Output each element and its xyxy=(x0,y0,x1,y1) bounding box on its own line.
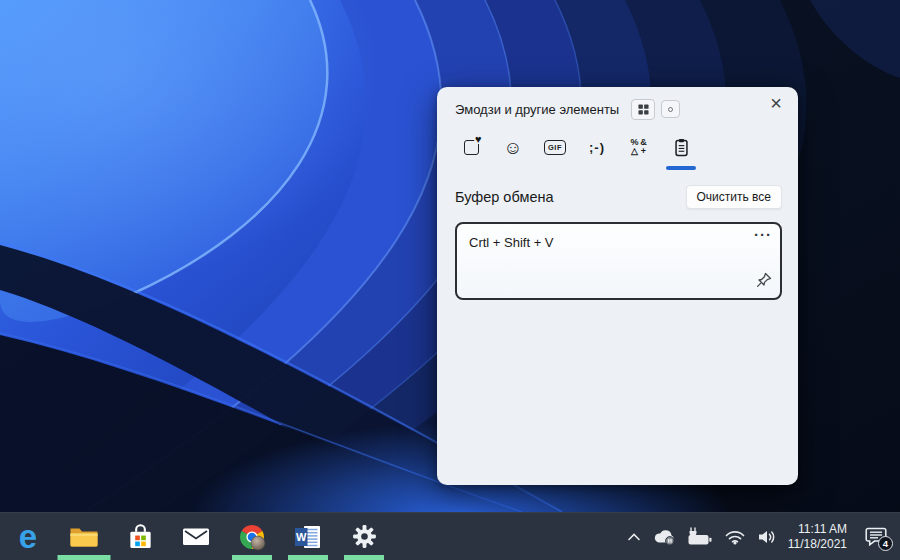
grid-view-button[interactable] xyxy=(631,99,655,120)
file-explorer-taskbar-button[interactable] xyxy=(56,513,112,560)
clear-all-button[interactable]: Очистить все xyxy=(686,185,782,209)
dot-icon xyxy=(668,107,673,112)
kaomoji-icon: ;-) xyxy=(589,140,605,155)
chrome-taskbar-button[interactable] xyxy=(224,513,280,560)
item-menu-icon[interactable]: ··· xyxy=(754,226,772,243)
tab-kaomoji[interactable]: ;-) xyxy=(579,133,615,161)
tab-recent[interactable]: ♥ xyxy=(453,133,489,161)
clipboard-icon xyxy=(674,138,689,157)
file-explorer-icon xyxy=(69,524,99,550)
clock-date: 11/18/2021 xyxy=(788,537,847,552)
action-center-button[interactable]: 4 xyxy=(864,526,888,547)
clipboard-item[interactable]: Crtl + Shift + V ··· xyxy=(455,222,782,300)
close-icon[interactable]: × xyxy=(766,91,786,115)
emoji-panel: Эмодзи и другие элементы × ♥ ☺ GIF xyxy=(437,87,798,485)
recent-heart-icon: ♥ xyxy=(464,140,479,155)
taskbar: e xyxy=(0,512,900,560)
notification-count-badge: 4 xyxy=(878,536,893,551)
wifi-icon xyxy=(724,529,746,545)
chevron-up-icon xyxy=(627,532,641,542)
settings-taskbar-button[interactable] xyxy=(336,513,392,560)
pin-icon[interactable] xyxy=(754,270,774,293)
edge-icon: e xyxy=(19,522,37,552)
smiley-icon: ☺ xyxy=(503,138,522,157)
clipboard-item-text: Crtl + Shift + V xyxy=(469,235,554,250)
tab-gif[interactable]: GIF xyxy=(537,133,573,161)
running-indicator xyxy=(344,555,384,560)
gif-icon: GIF xyxy=(544,140,566,155)
mail-icon xyxy=(181,525,211,548)
volume-tray-button[interactable] xyxy=(757,529,777,545)
tab-symbols[interactable]: %& △+ xyxy=(621,133,657,161)
onedrive-tray-button[interactable] xyxy=(652,527,676,546)
battery-tray-button[interactable] xyxy=(687,527,713,546)
desktop: Эмодзи и другие элементы × ♥ ☺ GIF xyxy=(0,0,900,560)
mail-taskbar-button[interactable] xyxy=(168,513,224,560)
panel-header: Эмодзи и другие элементы × xyxy=(437,87,798,120)
chrome-icon xyxy=(237,522,267,552)
wifi-tray-button[interactable] xyxy=(724,529,746,545)
onedrive-cloud-icon xyxy=(652,527,676,546)
svg-text:W: W xyxy=(296,531,307,543)
battery-charging-icon xyxy=(687,527,713,546)
store-icon xyxy=(126,523,155,551)
store-taskbar-button[interactable] xyxy=(112,513,168,560)
running-indicator xyxy=(58,555,111,560)
system-tray: 11:11 AM 11/18/2021 4 xyxy=(627,513,900,560)
panel-title: Эмодзи и другие элементы xyxy=(455,102,619,117)
clock-time: 11:11 AM xyxy=(788,522,847,537)
settings-gear-icon xyxy=(350,522,379,551)
tab-emoji[interactable]: ☺ xyxy=(495,133,531,161)
running-indicator xyxy=(232,555,272,560)
taskbar-apps: e xyxy=(0,513,392,560)
grid-icon xyxy=(638,104,649,115)
symbols-icon: %& △+ xyxy=(630,138,648,156)
tray-overflow-button[interactable] xyxy=(627,532,641,542)
running-indicator xyxy=(288,555,328,560)
clipboard-header: Буфер обмена Очистить все xyxy=(437,185,798,209)
taskbar-clock[interactable]: 11:11 AM 11/18/2021 xyxy=(788,522,847,552)
category-tabs: ♥ ☺ GIF ;-) %& △+ xyxy=(437,120,798,174)
edge-taskbar-button[interactable]: e xyxy=(0,513,56,560)
profile-avatar xyxy=(251,536,265,550)
dock-button[interactable] xyxy=(661,100,680,118)
selected-tab-underline xyxy=(666,166,696,170)
word-taskbar-button[interactable]: W xyxy=(280,513,336,560)
clipboard-heading: Буфер обмена xyxy=(455,189,554,205)
word-icon: W xyxy=(293,524,323,550)
tab-clipboard[interactable] xyxy=(663,133,699,161)
speaker-icon xyxy=(757,529,777,545)
